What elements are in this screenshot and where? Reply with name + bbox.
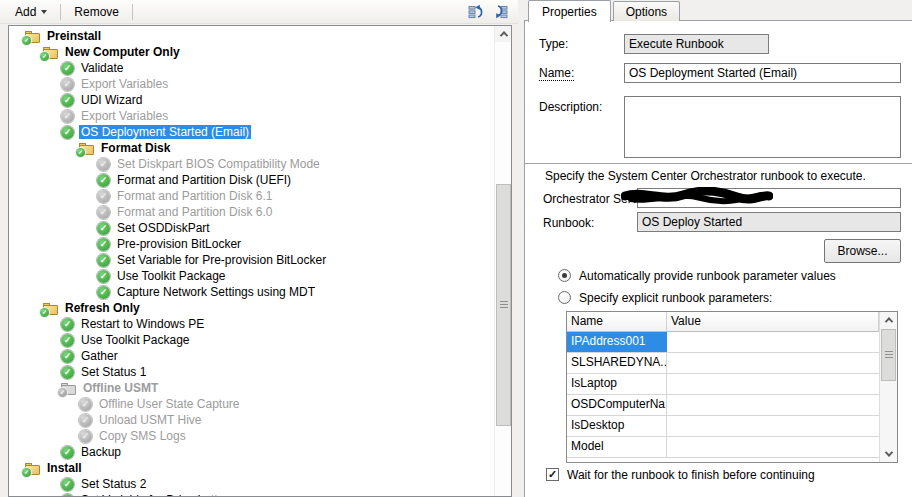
parameter-row[interactable]: IPAddress001 (567, 332, 897, 353)
parameter-value-cell[interactable] (667, 437, 879, 457)
move-up-button[interactable] (466, 2, 486, 22)
runbook-label: Runbook: (543, 216, 594, 230)
tree-item[interactable]: ✓ Copy SMS Logs (9, 428, 494, 444)
tree-item[interactable]: ✓ Use Toolkit Package (9, 268, 494, 284)
tree-item-label: Unload USMT Hive (97, 413, 203, 427)
parameter-name-cell[interactable]: IPAddress001 (567, 332, 667, 352)
tree-item[interactable]: ✓ Restart to Windows PE (9, 316, 494, 332)
step-enabled-icon: ✓ (61, 62, 74, 75)
wait-checkbox[interactable]: ✓ (546, 468, 559, 481)
tree-item[interactable]: ✓ Unload USMT Hive (9, 412, 494, 428)
tree-item[interactable]: ✓ Set Variable for Pre-provision BitLock… (9, 252, 494, 268)
tree-item[interactable]: ✓ Pre-provision BitLocker (9, 236, 494, 252)
step-disabled-icon: ✓ (97, 206, 110, 219)
tree-item-label: Export Variables (79, 109, 170, 123)
tree-item[interactable]: ✓ Set OSDDiskPart (9, 220, 494, 236)
tree-item[interactable]: ✓ Gather (9, 348, 494, 364)
tree-item-label: Format and Partition Disk 6.0 (115, 205, 274, 219)
tree-item-label: Gather (79, 349, 120, 363)
tree-item[interactable]: ✓ Capture Network Settings using MDT (9, 284, 494, 300)
radio-dot-icon (562, 273, 567, 278)
radio-explicit[interactable] (558, 291, 571, 304)
parameter-value-cell[interactable] (667, 374, 879, 394)
parameter-name-cell[interactable]: IsDesktop (567, 416, 667, 436)
tree-item[interactable]: ✓ Offline User State Capture (9, 396, 494, 412)
move-up-icon (468, 4, 484, 19)
parameter-name-cell[interactable]: IsLaptop (567, 374, 667, 394)
step-disabled-icon: ✓ (61, 110, 74, 123)
parameter-row[interactable]: IsLaptop (567, 374, 897, 395)
radio-explicit-label: Specify explicit runbook parameters: (579, 291, 772, 305)
column-header-name[interactable]: Name (567, 312, 667, 331)
tree-item-label: Use Toolkit Package (115, 269, 228, 283)
parameter-value-cell[interactable] (667, 416, 879, 436)
step-enabled-icon: ✓ (97, 254, 110, 267)
tree-item[interactable]: ✓ Format and Partition Disk 6.1 (9, 188, 494, 204)
name-input[interactable] (624, 63, 901, 83)
tree-item[interactable]: ✓ UDI Wizard (9, 92, 494, 108)
tree-item[interactable]: ✓ Set Status 1 (9, 364, 494, 380)
parameter-value-cell[interactable] (667, 353, 879, 373)
move-down-button[interactable] (490, 2, 510, 22)
radio-automatic[interactable] (558, 269, 571, 282)
tree-item[interactable]: ✓ Validate (9, 60, 494, 76)
type-label: Type: (539, 37, 568, 51)
tree-item[interactable]: ✓ Set Diskpart BIOS Compatibility Mode (9, 156, 494, 172)
table-scrollbar[interactable] (879, 312, 897, 462)
scroll-down-button[interactable] (880, 446, 898, 462)
tree-item-label: Format and Partition Disk (UEFI) (115, 173, 293, 187)
scroll-up-button[interactable] (880, 312, 898, 328)
tabstrip: Properties Options (528, 2, 682, 21)
parameter-value-cell[interactable] (667, 395, 879, 415)
redaction-scribble (621, 187, 773, 205)
tree-item[interactable]: ✓ Format Disk (9, 140, 494, 156)
add-button[interactable]: Add (8, 2, 54, 22)
step-disabled-icon: ✓ (79, 414, 92, 427)
step-enabled-icon: ✓ (61, 334, 74, 347)
browse-button[interactable]: Browse... (824, 239, 901, 263)
task-sequence-tree: ✓ Preinstall ✓ New Computer Only ✓ Valid… (8, 25, 512, 497)
scroll-up-button[interactable] (495, 26, 512, 42)
tree-item[interactable]: ✓ Set Variable for Drive Letter (9, 492, 494, 496)
tree-scrollbar[interactable] (494, 26, 511, 496)
tab-options[interactable]: Options (613, 1, 680, 21)
parameter-value-cell[interactable] (667, 332, 879, 352)
tree-item[interactable]: ✓ Format and Partition Disk (UEFI) (9, 172, 494, 188)
tree-item[interactable]: ✓ Refresh Only (9, 300, 494, 316)
name-label: Name: (539, 66, 574, 81)
tree-item[interactable]: ✓ Preinstall (9, 28, 494, 44)
tree-item[interactable]: ✓ Set Status 2 (9, 476, 494, 492)
parameter-row[interactable]: OSDComputerNa... (567, 395, 897, 416)
tree-item[interactable]: ✓ Backup (9, 444, 494, 460)
column-header-value[interactable]: Value (667, 312, 879, 331)
parameter-row[interactable]: Model (567, 437, 897, 458)
tree-item[interactable]: ✓ Offline USMT (9, 380, 494, 396)
tree-item[interactable]: ✓ New Computer Only (9, 44, 494, 60)
tree-item[interactable]: ✓ Install (9, 460, 494, 476)
tree-item[interactable]: ✓ Export Variables (9, 76, 494, 92)
tree-item[interactable]: ✓ Format and Partition Disk 6.0 (9, 204, 494, 220)
remove-button[interactable]: Remove (67, 2, 126, 22)
step-enabled-icon: ✓ (97, 270, 110, 283)
step-enabled-icon: ✓ (61, 350, 74, 363)
tree-item-label: Validate (79, 61, 125, 75)
parameter-row[interactable]: SLSHAREDYNA... (567, 353, 897, 374)
tree-item-label: Pre-provision BitLocker (115, 237, 243, 251)
parameter-name-cell[interactable]: SLSHAREDYNA... (567, 353, 667, 373)
task-sequence-editor: Add Remove (0, 0, 912, 497)
parameter-row[interactable]: IsDesktop (567, 416, 897, 437)
tree-item[interactable]: ✓ OS Deployment Started (Email) (9, 124, 494, 140)
tree-item[interactable]: ✓ Export Variables (9, 108, 494, 124)
parameters-table: Name Value IPAddress001 SLSHAREDYNA... I… (566, 311, 898, 463)
tab-properties[interactable]: Properties (528, 0, 611, 22)
tree-item[interactable]: ✓ Use Toolkit Package (9, 332, 494, 348)
scrollbar-thumb[interactable] (496, 184, 511, 426)
parameter-name-cell[interactable]: Model (567, 437, 667, 457)
description-input[interactable] (624, 96, 901, 158)
chevron-up-icon (499, 31, 507, 39)
scrollbar-thumb[interactable] (881, 329, 896, 381)
parameter-name-cell[interactable]: OSDComputerNa... (567, 395, 667, 415)
tree-item-label: Use Toolkit Package (79, 333, 192, 347)
tree-item-label: UDI Wizard (79, 93, 144, 107)
tree-item-label: Offline USMT (81, 381, 160, 395)
